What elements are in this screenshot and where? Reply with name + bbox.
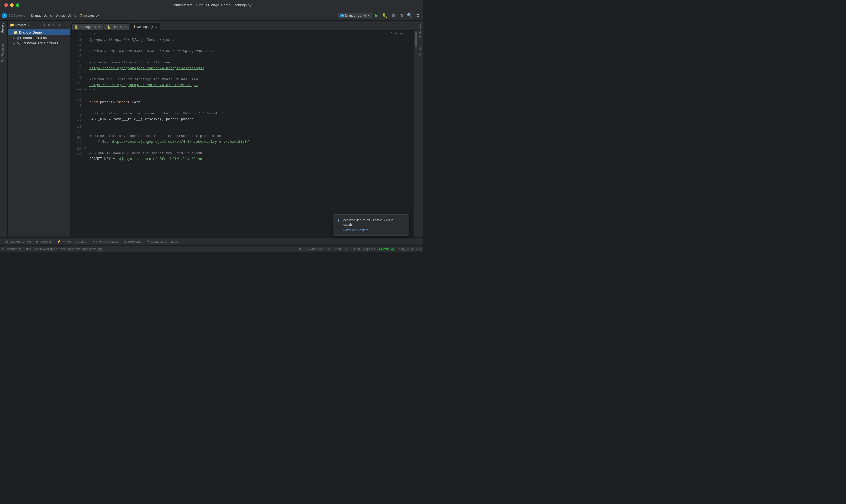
code-line-1: """ [89,32,414,37]
code-token: Path [130,100,140,105]
line-numbers: 1 2 3 4 5 6 7 8 9 10 11 12 13 14 15 16 1 [70,31,83,237]
debug-button[interactable]: 🐛 [381,12,389,19]
breadcrumb-part3[interactable]: ⚙ settings.py [80,14,99,17]
main-content: Project Pull Requests 📁 Project ● ⊕ ≡ ↕ … [0,21,423,237]
line-ending[interactable]: LF [345,247,348,251]
version-control-tab[interactable]: ⎇ Version Control [2,239,33,245]
line-num-6: 6 [70,59,81,64]
terminal-tab[interactable]: ▶ Terminal [34,239,54,245]
project-panel-header: 📁 Project ● ⊕ ≡ ↕ ⚙ — [7,21,70,30]
event-log[interactable]: ● Event Log [378,247,394,251]
tab-settings-py[interactable]: ⚙ settings.py ✕ [130,23,160,30]
run-config-label: Django_Demo [345,14,366,17]
traffic-lights [4,3,19,7]
code-token: BASE_DIR = Path(__file__).resolve().pare… [89,116,194,122]
line-num-10: 10 [70,80,81,86]
fold-19[interactable]: ▽ [83,131,87,136]
tree-item-external-libs[interactable]: ▶ ▦ External Libraries [7,35,70,41]
fold-13 [83,97,87,103]
breadcrumb-part2[interactable]: Django_Demo [55,14,76,17]
fold-1[interactable]: ▽ [83,32,87,36]
run-config-button[interactable]: J Django_Demo ▼ [338,13,372,18]
status-notification-text[interactable]: Localized JetBrains Client is available … [5,247,103,251]
code-token: Django settings for Django_Demo project. [89,37,174,43]
network-label: (D) ↑6.4 kB/s / ↓479 B/s [299,247,331,251]
tab-icon-manage: 🐍 [74,25,78,29]
minimize-button[interactable] [10,3,14,7]
code-token: For the full list of settings and their … [89,77,198,83]
tab-urls-py[interactable]: 🐍 urls.py ✕ [104,23,129,30]
collapse-icon-btn[interactable]: ≡ [47,22,51,28]
code-line-6: For more information on this file, see [89,60,414,66]
indent[interactable]: 4 spaces [363,247,375,251]
line-num-21: 21 [70,141,81,146]
status-bar-right: (D) ↑6.4 kB/s / ↓479 B/s 28:31 LF UTF-8 … [299,247,421,251]
vertical-scrollbar[interactable] [414,31,417,237]
python-packages-tab[interactable]: ⚡ Python Packages [55,239,89,245]
breadcrumb: Django_Demo › Django_Demo › ⚙ settings.p… [31,14,99,17]
encoding[interactable]: UTF-8 [351,247,360,251]
code-line-17 [89,122,414,128]
code-token: 'django-insecure-e^_$f(!!hff#_(llap*8-hn [117,156,202,162]
coverage-button[interactable]: ▣ [399,12,404,19]
close-button[interactable] [4,3,8,7]
python-console-tab[interactable]: ≫ Python Console [90,239,121,245]
scrollbar-thumb[interactable] [415,31,417,48]
tree-item-scratches[interactable]: ▶ 🔧 Scratches and Consoles [7,41,70,46]
network-status[interactable]: (D) ↑6.4 kB/s / ↓479 B/s [299,247,331,251]
tab-manage-py[interactable]: 🐍 manage.py ✕ [71,23,103,30]
fold-15 [83,108,87,114]
project-folder-icon: 📁 [10,23,14,27]
fold-22[interactable]: ▽ [83,147,87,151]
code-line-11: """ [89,88,414,94]
cursor-position[interactable]: 28:31 [334,247,341,251]
code-area[interactable]: """ Django settings for Django_Demo proj… [87,31,414,237]
minimize-panel-btn[interactable]: — [62,22,68,28]
breadcrumb-part1[interactable]: Django_Demo [31,14,52,17]
tab-close-settings[interactable]: ✕ [155,25,157,29]
encoding-label: UTF-8 [351,247,360,251]
ext-libs-icon: ▦ [16,36,19,40]
code-token: # SECURITY WARNING: keep the secret key … [89,151,202,156]
switch-restart-link[interactable]: Switch and restart [341,228,405,232]
code-token: For more information on this file, see [89,60,170,66]
fold-11[interactable]: △ [83,87,87,91]
line-num-19: 19 [70,130,81,135]
status-bar: ℹ Localized JetBrains Client is availabl… [0,246,423,252]
soview-tab[interactable]: SoView [418,44,422,58]
search-button[interactable]: 🔍 [406,12,413,19]
scratches-icon: 🔧 [16,42,20,45]
stop-button[interactable]: ⏹ [391,12,397,19]
fold-7 [83,64,87,70]
fold-9 [83,76,87,82]
problems-tab[interactable]: ⚠ Problems [122,239,144,245]
ping-status: Ping (UI): 41 (41) [398,247,421,251]
settings-button[interactable]: ⚙ [415,12,421,19]
code-line-7: https://docs.djangoproject.com/en/4.0/to… [89,66,414,71]
sort-icon-btn[interactable]: ↕ [52,22,56,28]
locate-icon-btn[interactable]: ⊕ [41,22,46,28]
fold-17 [83,120,87,125]
maximize-button[interactable] [16,3,19,7]
notification-info-icon: ℹ [338,218,339,224]
toolbar-separator: ⋮ [26,13,30,18]
settings-icon-btn[interactable]: ⚙ [56,22,61,28]
line-num-13: 13 [70,97,81,103]
fold-6 [83,58,87,64]
line-num-2: 2 [70,37,81,42]
tabs-menu-btn[interactable]: ⋮ [410,25,416,30]
database-tab[interactable]: Database [418,22,422,39]
arrow-down-icon: ▼ [10,31,13,34]
right-sidebar: Database SoView [417,21,423,237]
project-tab[interactable]: Project [0,21,7,35]
ide-backend-label: IDE Backend [7,14,25,17]
code-line-20: # See https://docs.djangoproject.com/en/… [89,139,414,145]
python-console-label: Python Console [96,240,119,243]
database-changes-tab[interactable]: 🗄 Database Changes [144,239,180,245]
tab-close-urls[interactable]: ✕ [124,25,126,29]
project-status-dot: ● [28,24,29,26]
tree-item-root[interactable]: ▼ 📁 Django_Demo [7,30,70,35]
run-button[interactable]: ▶ [374,12,380,20]
pull-requests-tab[interactable]: Pull Requests [0,41,7,65]
tab-close-manage[interactable]: ✕ [98,25,100,29]
